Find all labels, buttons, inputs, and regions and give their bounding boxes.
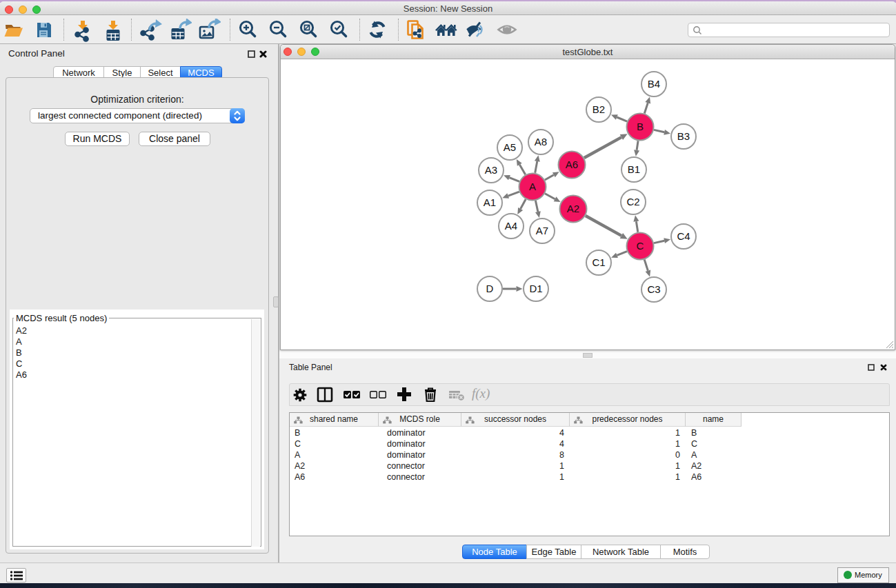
svg-text:A3: A3 (485, 164, 497, 176)
svg-text:B1: B1 (628, 163, 640, 175)
svg-text:A5: A5 (504, 141, 516, 153)
svg-text:A8: A8 (535, 136, 547, 148)
svg-text:C4: C4 (677, 230, 690, 242)
svg-text:C1: C1 (592, 256, 605, 268)
svg-text:B2: B2 (593, 103, 605, 115)
svg-text:B: B (637, 121, 644, 132)
svg-text:B4: B4 (648, 78, 660, 90)
svg-text:C2: C2 (626, 196, 639, 207)
svg-text:D1: D1 (529, 283, 542, 294)
svg-text:A7: A7 (536, 225, 548, 236)
svg-text:C: C (637, 240, 644, 252)
svg-text:A1: A1 (484, 196, 496, 208)
svg-text:B3: B3 (677, 130, 690, 142)
svg-text:A: A (529, 181, 536, 192)
svg-text:A4: A4 (505, 220, 517, 232)
svg-text:A6: A6 (566, 159, 578, 170)
svg-text:D: D (486, 283, 494, 294)
svg-text:C3: C3 (647, 283, 660, 295)
svg-text:A2: A2 (567, 203, 579, 214)
